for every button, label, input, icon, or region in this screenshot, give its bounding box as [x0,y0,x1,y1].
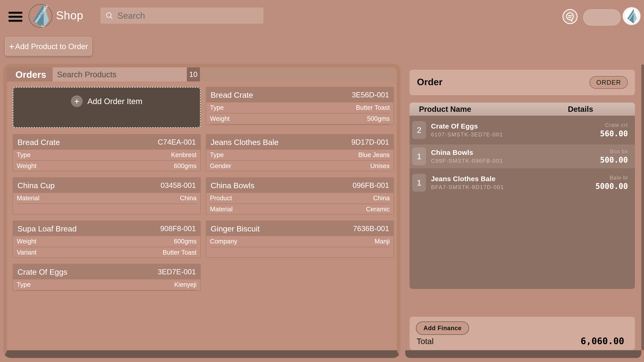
attribute-label: Type [17,281,30,288]
search-icon [105,11,114,20]
product-card-header: Ginger Biscuit 7636B-001 [206,221,394,236]
order-item-sku: C99F-SMSTK-096FB-001 [431,158,503,164]
product-attribute-row: Type Kenbrest [17,150,196,161]
order-item-price: 560.00 [600,129,628,138]
product-name: China Cup [18,181,55,190]
product-attribute-row: Material China [17,193,196,204]
product-card-bread-crate-c74ea[interactable]: Bread Crate C74EA-001 Type Kenbrest Weig… [12,134,201,171]
order-item-row-jeans-clothes-bale[interactable]: 1 Jeans Clothes Bale BFA7-SMSTK-9D17D-00… [410,171,635,195]
products-grid: + Add Order Item Bread Crate 3E56D-001 T… [12,87,397,291]
attribute-value: China [180,195,196,202]
attribute-value: 600gms [174,238,196,245]
product-attribute-row: Weight 500gms [210,113,390,124]
order-item-sku: BFA7-SMSTK-9D17D-001 [431,184,504,190]
product-name: Crate Of Eggs [18,267,68,277]
product-name: Supa Loaf Bread [18,224,77,233]
attribute-value: Butter Toast [356,104,390,111]
attribute-value: 600gms [174,162,196,170]
chat-icon [562,9,578,24]
product-card-ginger-biscuit[interactable]: Ginger Biscuit 7636B-001 Company Manji [206,221,394,258]
add-product-to-order-label: Add Product to Order [15,42,88,51]
order-item-name: China Bowls [431,149,503,157]
order-item-name: Crate Of Eggs [431,122,503,130]
orders-panel: Orders 10 + Add Order Item Bread Crate 3… [3,64,400,358]
product-name: Bread Crate [18,138,60,147]
chat-button[interactable] [562,9,578,24]
product-card-header: Supa Loaf Bread 908F8-001 [13,221,200,236]
global-search[interactable] [100,8,263,23]
topbar-pill-button[interactable] [583,9,620,25]
product-card-header: Bread Crate 3E56D-001 [206,87,394,102]
order-item-name: Jeans Clothes Bale [431,175,504,183]
attribute-label: Material [17,195,40,202]
order-item-sku: 6107-SMSTK-3ED7E-001 [431,131,503,138]
order-item-unit: Crate crt [600,122,628,128]
order-item-row-china-bowls[interactable]: 1 China Bowls C99F-SMSTK-096FB-001 Box b… [410,144,635,168]
product-code: 3E56D-001 [352,91,389,99]
product-card-jeans-clothes-bale[interactable]: Jeans Clothes Bale 9D17D-001 Type Blue J… [206,134,394,171]
order-item-unit: Box bx [600,148,628,155]
attribute-label: Product [210,195,232,202]
user-avatar[interactable]: SMARTSTOCK [623,8,640,24]
attribute-value: Ceramic [366,206,390,213]
product-card-china-cup[interactable]: China Cup 03458-001 Material China [12,177,201,215]
product-card-crate-of-eggs[interactable]: Crate Of Eggs 3ED7E-001 Type Kienyeji [12,264,201,291]
product-code: 908F8-001 [160,224,196,233]
product-attribute-row: Type Butter Toast [210,102,390,113]
order-submit-button[interactable]: ORDER [590,76,628,89]
global-search-input[interactable] [117,10,259,21]
product-code: 03458-001 [161,181,196,190]
add-finance-button[interactable]: Add Finance [416,322,469,335]
add-order-item-label: Add Order Item [88,97,142,106]
quantity-badge[interactable]: 1 [412,147,426,165]
avatar-logo-icon: SMARTSTOCK [623,8,640,24]
product-code: 096FB-001 [352,181,389,190]
product-code: 3ED7E-001 [158,268,196,276]
attribute-value: Unisex [370,162,390,170]
product-card-header: Crate Of Eggs 3ED7E-001 [13,264,200,279]
quantity-badge[interactable]: 1 [412,174,426,192]
product-card-header: Bread Crate C74EA-001 [13,135,200,150]
order-item-row-crate-of-eggs[interactable]: 2 Crate Of Eggs 6107-SMSTK-3ED7E-001 Cra… [410,118,635,142]
attribute-value: 500gms [367,115,390,122]
attribute-label: Type [17,151,30,159]
total-row: Total 6,060.00 [416,336,624,346]
attribute-label: Material [210,206,232,213]
plus-circle-icon: + [71,95,83,107]
product-attribute-row: Variant Butter Toast [17,247,196,258]
attribute-label: Gender [210,162,231,170]
add-order-item-card[interactable]: + Add Order Item [12,87,201,128]
order-title: Order [417,76,442,87]
search-products-input[interactable] [53,67,187,81]
column-product-name: Product Name [410,105,568,114]
product-card-china-bowls[interactable]: China Bowls 096FB-001 Product China Mate… [206,177,394,215]
order-footer-card: Add Finance Total 6,060.00 [410,317,635,350]
plus-icon: + [9,41,14,52]
product-attribute-row: Type Kienyeji [17,279,196,291]
hamburger-menu-icon[interactable] [8,12,22,22]
orders-panel-header: Orders 10 [7,67,397,81]
attribute-label: Company [210,238,237,245]
product-attribute-row: Weight 600gms [17,236,196,247]
attribute-label: Type [210,151,224,159]
order-items-card: Product Name Details 2 Crate Of Eggs 610… [410,103,635,289]
app-title: Shop [56,9,83,22]
order-panel-bottom-shadow [405,350,641,358]
attribute-value: Butter Toast [163,249,196,256]
product-name: Bread Crate [211,90,253,99]
product-attribute-row: Type Blue Jeans [210,150,390,161]
attribute-label: Type [210,104,224,111]
product-name: Ginger Biscuit [211,224,260,233]
add-product-to-order-button[interactable]: + Add Product to Order [5,37,92,56]
product-attribute-row: Weight 600gms [17,161,196,171]
product-card-header: China Bowls 096FB-001 [206,178,394,193]
product-card-bread-crate-3e56d[interactable]: Bread Crate 3E56D-001 Type Butter Toast … [206,87,394,125]
product-card-supa-loaf-bread[interactable]: Supa Loaf Bread 908F8-001 Weight 600gms … [12,221,201,258]
quantity-badge[interactable]: 2 [412,121,426,139]
product-code: 9D17D-001 [351,138,389,146]
attribute-value: Kenbrest [171,151,196,159]
products-count-badge: 10 [187,67,200,81]
scrollbar[interactable] [641,64,644,350]
order-item-price: 500.00 [600,155,628,164]
attribute-label: Weight [17,162,36,170]
